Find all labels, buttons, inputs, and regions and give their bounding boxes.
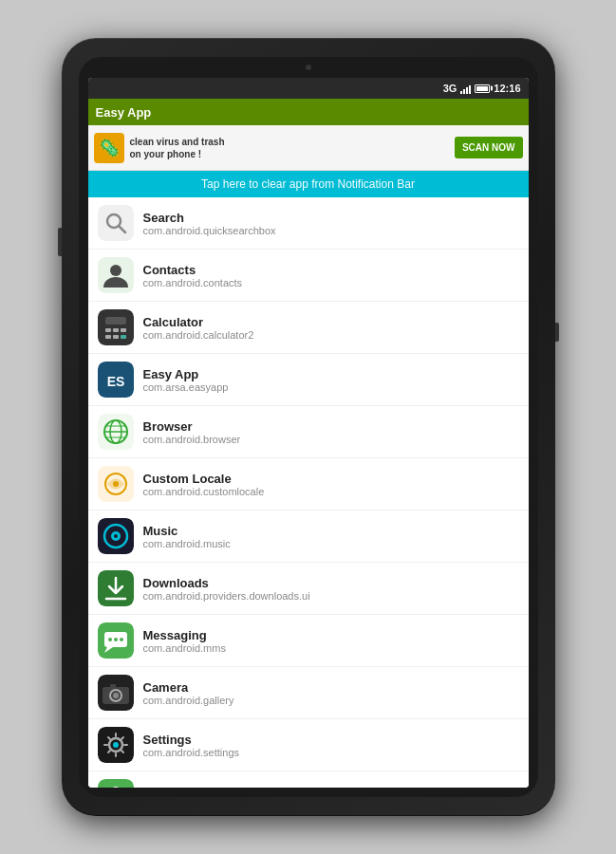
app-item-calculator[interactable]: Calculator com.android.calculator2 (88, 302, 529, 354)
app-icon-calculator (98, 309, 134, 345)
volume-button (58, 228, 62, 256)
app-icon-browser (98, 414, 134, 450)
power-button (555, 323, 559, 342)
app-package-browser: com.android.browser (143, 434, 519, 445)
app-info-camera: Camera com.android.gallery (143, 680, 519, 706)
notification-strip[interactable]: Tap here to clear app from Notification … (88, 171, 529, 197)
app-item-browser[interactable]: Browser com.android.browser (88, 406, 529, 458)
svg-point-33 (108, 638, 112, 641)
device-screen: 3G 12:16 Easy App (88, 78, 529, 788)
svg-rect-5 (98, 309, 134, 345)
app-icon-search (98, 205, 134, 241)
notification-text: Tap here to clear app from Notification … (201, 177, 415, 191)
app-package-search: com.android.quicksearchbox (143, 225, 519, 236)
app-name-downloads: Downloads (143, 576, 519, 590)
app-name-contacts: Contacts (143, 263, 519, 277)
app-package-camera: com.android.gallery (143, 695, 519, 706)
app-package-customlocale: com.android.customlocale (143, 486, 519, 497)
svg-rect-12 (121, 335, 126, 339)
app-list: Search com.android.quicksearchbox Contac… (88, 197, 529, 788)
app-item-search[interactable]: Search com.android.quicksearchbox (88, 197, 529, 250)
app-package-downloads: com.android.providers.downloads.ui (143, 590, 519, 602)
app-item-speechrecorder[interactable]: Speech Recorder com.android.speechrecord… (88, 771, 529, 788)
svg-rect-40 (110, 684, 116, 688)
tablet-device: 3G 12:16 Easy App (62, 38, 555, 816)
app-package-settings: com.android.settings (143, 747, 519, 758)
app-icon-downloads (98, 570, 134, 606)
app-icon-settings (98, 727, 134, 763)
app-name-calculator: Calculator (143, 315, 519, 329)
app-item-downloads[interactable]: Downloads com.android.providers.download… (88, 563, 529, 615)
status-icons: 3G 12:16 (443, 83, 521, 94)
app-name-music: Music (143, 524, 519, 538)
svg-rect-0 (98, 205, 134, 241)
app-title-bar: Easy App (88, 99, 529, 125)
network-type: 3G (443, 83, 457, 94)
svg-rect-8 (113, 328, 119, 332)
app-name-browser: Browser (143, 419, 519, 434)
app-item-contacts[interactable]: Contacts com.android.contacts (88, 250, 529, 302)
app-info-search: Search com.android.quicksearchbox (143, 211, 519, 236)
app-info-settings: Settings com.android.settings (143, 733, 519, 758)
app-info-customlocale: Custom Locale com.android.customlocale (143, 472, 519, 497)
app-info-contacts: Contacts com.android.contacts (143, 263, 519, 288)
signal-icon (460, 83, 471, 94)
svg-rect-11 (113, 335, 119, 339)
app-info-easyapp: Easy App com.arsa.easyapp (143, 367, 519, 393)
svg-rect-10 (105, 335, 111, 339)
status-bar: 3G 12:16 (88, 78, 529, 99)
app-item-customlocale[interactable]: Custom Locale com.android.customlocale (88, 458, 529, 511)
app-name-search: Search (143, 211, 519, 225)
app-title: Easy App (96, 105, 152, 120)
app-package-easyapp: com.arsa.easyapp (143, 381, 519, 393)
app-icon-messaging (98, 622, 134, 659)
ad-banner[interactable]: 🦠 clean virus and trash on your phone ! … (88, 125, 529, 171)
ad-icon: 🦠 (94, 133, 124, 163)
app-package-calculator: com.android.calculator2 (143, 329, 519, 341)
app-info-messaging: Messaging com.android.mms (143, 628, 519, 654)
app-name-customlocale: Custom Locale (143, 472, 519, 486)
app-item-easyapp[interactable]: ES Easy App com.arsa.easyapp (88, 354, 529, 406)
app-info-music: Music com.android.music (143, 524, 519, 549)
svg-rect-9 (121, 328, 126, 332)
ad-text: clean virus and trash on your phone ! (130, 136, 449, 160)
svg-text:ES: ES (106, 374, 124, 389)
svg-rect-6 (105, 317, 126, 325)
app-name-settings: Settings (143, 733, 519, 747)
app-icon-camera (98, 675, 134, 711)
app-icon-contacts (98, 257, 134, 293)
battery-fill (476, 86, 487, 91)
app-icon-music (98, 518, 134, 554)
app-package-music: com.android.music (143, 538, 519, 549)
svg-point-39 (113, 693, 119, 698)
svg-rect-44 (98, 779, 134, 788)
app-info-browser: Browser com.android.browser (143, 419, 519, 445)
clock: 12:16 (494, 83, 520, 94)
svg-point-23 (113, 481, 119, 487)
app-name-speechrecorder: Speech Recorder (143, 785, 519, 789)
app-name-messaging: Messaging (143, 628, 519, 642)
tablet-screen-area: 3G 12:16 Easy App (79, 57, 538, 797)
app-info-calculator: Calculator com.android.calculator2 (143, 315, 519, 341)
svg-point-43 (113, 742, 119, 748)
svg-point-27 (114, 534, 118, 538)
svg-rect-7 (105, 328, 111, 332)
svg-point-4 (110, 265, 121, 276)
app-item-messaging[interactable]: Messaging com.android.mms (88, 615, 529, 667)
app-package-contacts: com.android.contacts (143, 277, 519, 288)
app-info-speechrecorder: Speech Recorder com.android.speechrecord… (143, 785, 519, 789)
app-icon-customlocale (98, 466, 134, 502)
svg-point-35 (120, 638, 123, 641)
app-item-settings[interactable]: Settings com.android.settings (88, 719, 529, 771)
app-name-easyapp: Easy App (143, 367, 519, 381)
app-info-downloads: Downloads com.android.providers.download… (143, 576, 519, 602)
app-icon-speechrecorder (98, 779, 134, 788)
app-package-messaging: com.android.mms (143, 642, 519, 654)
app-item-music[interactable]: Music com.android.music (88, 511, 529, 563)
scan-button[interactable]: SCAN NOW (455, 137, 523, 158)
svg-point-34 (114, 638, 118, 641)
app-item-camera[interactable]: Camera com.android.gallery (88, 667, 529, 719)
battery-icon (475, 84, 490, 93)
app-icon-easyapp: ES (98, 362, 134, 398)
app-name-camera: Camera (143, 680, 519, 695)
